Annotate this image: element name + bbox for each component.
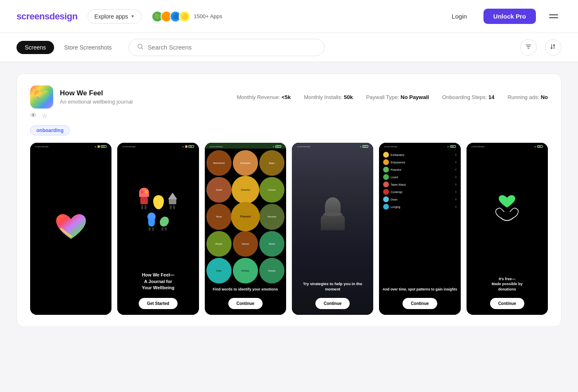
screen-6[interactable]: screensdesign ▶ (467, 143, 548, 315)
app-icon (30, 85, 53, 109)
screen2-caption: How We Feel—A Journal forYour Wellbeing (117, 272, 199, 291)
screen6-footer: Continue (467, 295, 548, 315)
onboarding-tag[interactable]: onboarding (30, 125, 70, 135)
status-bar-2: screensdesign ▶ 📶 (117, 143, 199, 149)
app-tagline: An emotional wellbeing journal (60, 99, 230, 105)
meta-paywall: Paywall Type: No Paywall (366, 94, 429, 100)
screen3-caption: Find words to identify your emotions (205, 285, 286, 295)
continue-btn-6[interactable]: Continue (490, 298, 524, 309)
continue-btn-3[interactable]: Continue (228, 298, 263, 309)
chevron-down-icon: ▼ (130, 14, 135, 19)
app-name: How We Feel (60, 89, 230, 97)
logo-design: design (50, 11, 78, 21)
screen5-caption: And over time, spot patterns to gain ins… (379, 286, 460, 295)
emotion-list: Exhilarated3 Empowered3 Peaceful4 Loved3… (379, 149, 460, 286)
logo-screens: screens (17, 11, 50, 21)
search-icon (137, 43, 144, 52)
continue-btn-5[interactable]: Continue (403, 298, 437, 309)
status-bar-4: screensdesign ▶ (292, 143, 373, 149)
screen3-footer: Continue (205, 295, 286, 315)
screen4-caption: Try strategies to help you in the moment (292, 279, 373, 295)
screen6-caption: It's free—Made possible bydonations (467, 275, 548, 295)
app-actions: 👁 ☆ (30, 112, 548, 120)
app-card: How We Feel An emotional wellbeing journ… (17, 73, 561, 327)
header: screensdesign Explore apps ▼ 🟢 🟠 🔵 🟡 150… (0, 0, 578, 33)
app-name-area: How We Feel An emotional wellbeing journ… (60, 89, 230, 105)
status-bar-6: screensdesign ▶ (467, 143, 548, 149)
status-bar-1: screensdesign ▶ 📶 (30, 143, 111, 149)
screen5-footer: Continue (379, 295, 460, 315)
screen6-heart-area (467, 149, 548, 275)
explore-label: Explore apps (95, 13, 128, 20)
meta-onboarding: Onboarding Steps: 14 (442, 94, 495, 100)
tag-row: onboarding (30, 125, 548, 135)
menu-line-2 (549, 17, 558, 18)
menu-button[interactable] (546, 11, 561, 21)
search-input[interactable] (148, 44, 316, 51)
meta-ads: Running ads: No (507, 94, 548, 100)
get-started-btn[interactable]: Get Started (139, 298, 178, 309)
app-icons: 🟢 🟠 🔵 🟡 (152, 11, 190, 22)
login-button[interactable]: Login (445, 9, 474, 23)
explore-apps-button[interactable]: Explore apps ▼ (88, 9, 142, 24)
apps-count: 1500+ Apps (194, 13, 222, 19)
unlock-pro-button[interactable]: Unlock Pro (483, 9, 536, 24)
sort-button[interactable] (545, 39, 561, 56)
screen-3[interactable]: screensdesign ▶ Determined Energised Eag… (205, 143, 286, 315)
app-info-row: How We Feel An emotional wellbeing journ… (30, 85, 548, 109)
screen2-footer: Get Started (117, 295, 199, 315)
main-content: How We Feel An emotional wellbeing journ… (0, 62, 578, 338)
screens-grid: screensdesign ▶ 📶 (30, 143, 548, 315)
filter-icon (525, 43, 532, 52)
status-bar-3: screensdesign ▶ (205, 143, 286, 149)
app-meta: Monthly Revenue: <5k Monthly Installs: 5… (237, 94, 548, 100)
nav-tabs: Screens Store Screenshots (17, 41, 120, 54)
tab-store-screenshots[interactable]: Store Screenshots (56, 41, 120, 54)
view-icon[interactable]: 👁 (30, 112, 37, 120)
meta-revenue: Monthly Revenue: <5k (237, 94, 291, 100)
meta-installs: Monthly Installs: 50k (304, 94, 353, 100)
screen-5[interactable]: screensdesign ▶ Exhilarated3 Empowered3 … (379, 143, 460, 315)
logo[interactable]: screensdesign (17, 11, 78, 22)
search-bar[interactable] (128, 39, 325, 56)
filter-button[interactable] (520, 39, 537, 56)
star-icon[interactable]: ☆ (42, 112, 47, 120)
screen-1[interactable]: screensdesign ▶ 📶 (30, 143, 111, 315)
screen-2[interactable]: screensdesign ▶ 📶 (117, 143, 199, 315)
status-bar-5: screensdesign ▶ (379, 143, 460, 149)
tab-screens[interactable]: Screens (17, 41, 54, 54)
sort-icon (550, 43, 557, 52)
screen4-footer: Continue (292, 295, 373, 315)
menu-line-1 (549, 14, 558, 15)
navbar: Screens Store Screenshots (0, 33, 578, 62)
apps-badge: 🟢 🟠 🔵 🟡 1500+ Apps (152, 11, 222, 22)
continue-btn-4[interactable]: Continue (315, 298, 350, 309)
screen-4[interactable]: screensdesign ▶ (292, 143, 373, 315)
app-icon-4: 🟡 (179, 11, 190, 22)
